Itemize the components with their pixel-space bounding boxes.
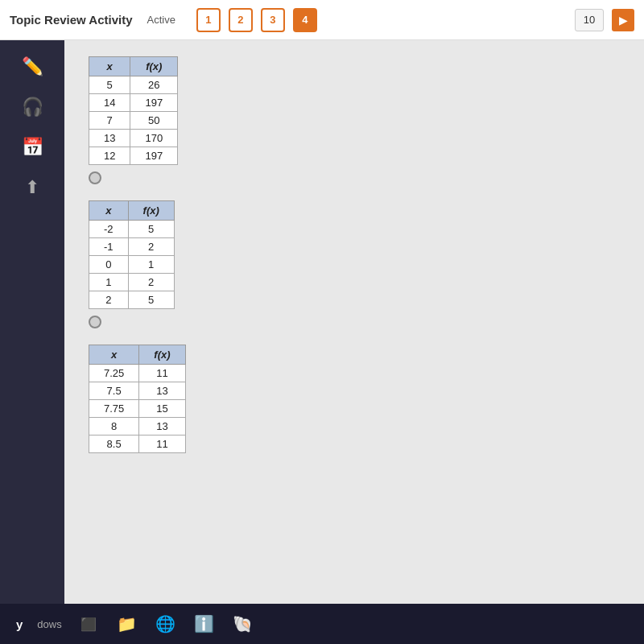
table-row: 8.511: [89, 436, 186, 453]
table-container-1: x f(x) 526141977501317012197: [89, 56, 620, 165]
page-title: Topic Review Activity: [10, 13, 133, 27]
table-cell: 12: [89, 147, 130, 165]
table-cell: 15: [139, 400, 185, 418]
table-cell: 50: [130, 112, 178, 130]
table-cell: -1: [89, 238, 129, 256]
table3-header-x: x: [89, 345, 139, 365]
nav-next-button[interactable]: ▶: [612, 9, 634, 31]
table-row: 12197: [89, 147, 178, 165]
table-1: x f(x) 526141977501317012197: [89, 56, 178, 165]
table-cell: 11: [139, 436, 185, 453]
table-container-2: x f(x) -25-12011225: [89, 200, 620, 309]
status-badge: Active: [147, 14, 175, 26]
table-row: 813: [89, 418, 186, 436]
table-cell: 7: [89, 112, 130, 130]
main-layout: ✏️ 🎧 📅 ⬆ x f(x) 526141977501317012197: [0, 40, 644, 604]
table-cell: 5: [128, 221, 174, 238]
table-row: 7.2511: [89, 365, 186, 382]
table-cell: -2: [89, 221, 129, 238]
table-cell: 13: [139, 382, 185, 400]
table-cell: 11: [139, 365, 185, 382]
table-cell: 7.75: [89, 400, 139, 418]
top-bar: Topic Review Activity Active 1 2 3 4 10 …: [0, 0, 644, 40]
headphone-icon[interactable]: 🎧: [22, 97, 43, 118]
table-cell: 170: [130, 130, 178, 147]
radio-circle-3[interactable]: [89, 316, 101, 328]
question-btn-1[interactable]: 1: [196, 8, 221, 32]
table-row: -25: [89, 221, 175, 238]
table-row: -12: [89, 238, 175, 256]
table-cell: 14: [89, 94, 130, 112]
taskbar: y dows ⬛ 📁 🌐 ℹ️ 🐚: [0, 604, 644, 644]
content-area: x f(x) 526141977501317012197 x f(x) -25-…: [64, 40, 644, 604]
table-cell: 8: [89, 418, 139, 436]
table-cell: 0: [89, 256, 129, 274]
table-row: 25: [89, 291, 175, 309]
table-row: 14197: [89, 94, 178, 112]
question-btn-3[interactable]: 3: [261, 8, 285, 32]
taskbar-file-icon[interactable]: 📁: [115, 612, 139, 636]
table3-header-fx: f(x): [139, 345, 185, 365]
table-cell: 13: [89, 130, 130, 147]
taskbar-dows-label: dows: [37, 618, 61, 630]
table-row: 13170: [89, 130, 178, 147]
table-cell: 8.5: [89, 436, 139, 453]
table-2: x f(x) -25-12011225: [89, 200, 175, 309]
table-cell: 2: [128, 238, 174, 256]
taskbar-y-label: y: [16, 617, 23, 631]
table-3: x f(x) 7.25117.5137.75158138.511: [89, 345, 186, 453]
table-cell: 7.25: [89, 365, 139, 382]
radio-option-2: [89, 171, 620, 184]
table-row: 12: [89, 274, 175, 291]
question-btn-4[interactable]: 4: [293, 8, 317, 32]
taskbar-shell-icon[interactable]: 🐚: [231, 612, 255, 636]
table-cell: 5: [128, 291, 174, 309]
page-indicator: 10: [575, 9, 604, 31]
sidebar: ✏️ 🎧 📅 ⬆: [0, 40, 64, 604]
table-cell: 197: [130, 94, 178, 112]
arrow-up-icon[interactable]: ⬆: [25, 177, 39, 198]
taskbar-windows-icon[interactable]: ⬛: [76, 612, 101, 636]
table1-header-fx: f(x): [130, 57, 178, 76]
table-row: 526: [89, 76, 178, 94]
table-cell: 2: [89, 291, 129, 309]
question-btn-2[interactable]: 2: [229, 8, 253, 32]
taskbar-chrome-icon[interactable]: 🌐: [154, 612, 178, 636]
table2-header-x: x: [89, 201, 129, 221]
table-container-3: x f(x) 7.25117.5137.75158138.511: [89, 345, 620, 453]
table-cell: 2: [128, 274, 174, 291]
radio-circle-2[interactable]: [89, 171, 101, 184]
table2-header-fx: f(x): [128, 201, 174, 221]
table-row: 7.513: [89, 382, 186, 400]
table-cell: 1: [89, 274, 129, 291]
table-cell: 197: [130, 147, 178, 165]
table-cell: 7.5: [89, 382, 139, 400]
calendar-icon[interactable]: 📅: [22, 137, 43, 158]
table-row: 01: [89, 256, 175, 274]
radio-option-3: [89, 316, 620, 328]
table-row: 7.7515: [89, 400, 186, 418]
table-row: 750: [89, 112, 178, 130]
table1-header-x: x: [89, 57, 130, 76]
pencil-icon[interactable]: ✏️: [22, 56, 43, 77]
table-cell: 13: [139, 418, 185, 436]
table-cell: 1: [128, 256, 174, 274]
taskbar-ie-icon[interactable]: ℹ️: [192, 612, 217, 636]
table-cell: 26: [130, 76, 178, 94]
table-cell: 5: [89, 76, 130, 94]
